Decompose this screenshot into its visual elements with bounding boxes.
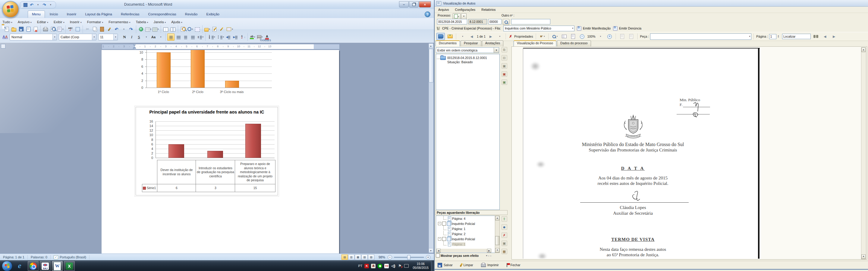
restore-button[interactable] (409, 1, 418, 7)
open-autos-button[interactable] (436, 33, 445, 40)
office-button[interactable] (2, 1, 19, 18)
print-layout-view-button[interactable]: ▤ (341, 255, 348, 260)
spelling-icon[interactable]: ABC✓ (67, 26, 74, 33)
tab-visualizacao-do-processo[interactable]: Visualização do Processo (514, 40, 556, 47)
scroll-left-icon[interactable]: ◀ (436, 249, 441, 252)
undo-icon[interactable]: ↶ (113, 26, 120, 33)
expander-icon[interactable]: − (438, 237, 441, 241)
research-icon[interactable] (74, 26, 81, 33)
undo-dropdown-icon[interactable]: ▾ (35, 2, 41, 7)
find-next-icon[interactable]: ▶ (830, 33, 838, 40)
show-void-pieces-checkbox[interactable] (436, 253, 440, 258)
change-case-button[interactable]: Aa (150, 34, 157, 40)
collapse-tree-icon[interactable]: ⊟ (501, 55, 507, 61)
close-button[interactable]: × (419, 1, 431, 7)
fit-width-icon[interactable] (560, 33, 568, 40)
tab-documentos[interactable]: Documentos (435, 40, 460, 47)
redo-icon[interactable]: ↷ (128, 26, 134, 33)
permission-icon[interactable] (32, 26, 39, 33)
scroll-right-icon[interactable]: ▶ (487, 249, 491, 252)
scroll-up-icon[interactable]: ▲ (861, 47, 866, 52)
insert-table-icon[interactable]: ▾ (152, 26, 159, 33)
menu-exibir[interactable]: Exibir▾ (54, 20, 64, 24)
undo-icon[interactable]: ↶ (29, 2, 34, 7)
paste-icon[interactable] (99, 26, 105, 33)
tab-referencias[interactable]: Referências (117, 11, 143, 18)
pagina-spinner[interactable]: ▲▼ (778, 35, 779, 38)
tab-anotacoes[interactable]: Anotações (482, 40, 504, 47)
text-wrapping-icon[interactable] (170, 26, 176, 33)
italic-button[interactable]: I (128, 34, 135, 40)
taskbar-chrome[interactable] (28, 261, 38, 271)
scroll-down-icon[interactable]: ▼ (495, 248, 499, 252)
print-icon[interactable] (42, 26, 49, 33)
new-comment-icon[interactable]: ▾ (204, 26, 211, 33)
other-number-input[interactable] (511, 19, 550, 24)
full-screen-view-button[interactable]: ▥ (348, 255, 354, 260)
edit-piece-icon[interactable]: ▦ (501, 249, 507, 254)
menu-relatorios[interactable]: Relatórios (479, 7, 498, 12)
taskbar-saj[interactable]: SAJ (40, 261, 51, 271)
menu-formatar[interactable]: Formatar▾ (87, 20, 103, 24)
previous-page-icon[interactable]: ◀ (468, 33, 475, 40)
expander-icon[interactable]: − (438, 222, 441, 225)
columns-icon[interactable] (162, 26, 169, 33)
taskbar-word[interactable]: W (52, 261, 63, 271)
process-tree-item[interactable]: 0012918-04.2015.8.12.0001 Situação: Baix… (436, 54, 499, 64)
align-justify-button[interactable] (175, 34, 182, 40)
underline-dropdown-icon[interactable]: ▾ (143, 34, 150, 40)
zoom-slider-thumb[interactable] (407, 255, 410, 260)
v2-tray-icon[interactable]: V2 (384, 264, 389, 268)
status-language[interactable]: ✓ Português (Brasil) (51, 255, 90, 260)
align-left-button[interactable] (167, 33, 175, 41)
format-painter-icon[interactable] (106, 26, 113, 33)
hyperlink-icon[interactable] (138, 26, 144, 33)
next-page-icon[interactable]: ▶ (487, 33, 495, 40)
liberate-piece-icon[interactable]: ⇧ (501, 216, 507, 222)
assign-piece-icon[interactable]: ☻ (501, 224, 507, 230)
viewer-vertical-scrollbar[interactable]: ▲ ▼ (861, 47, 866, 259)
nvidia-tray-icon[interactable]: ◉ (378, 264, 382, 268)
process-forum-input[interactable] (468, 19, 487, 24)
scroll-up-icon[interactable]: ▲ (429, 44, 433, 48)
font-size-selector[interactable]: 11▾ (98, 34, 118, 40)
piece-checkbox[interactable] (442, 237, 446, 241)
network-tray-icon[interactable]: ⚑✗ (398, 264, 402, 268)
menu-janela[interactable]: Janela▾ (153, 20, 166, 24)
scrollbar-thumb[interactable] (429, 49, 433, 82)
tab-correspondencias[interactable]: Correspondências (144, 11, 180, 18)
page-setup-icon[interactable]: ▾ (57, 26, 64, 33)
stamp-remove-icon[interactable]: ▣ (501, 71, 507, 77)
process-sequence-input[interactable] (488, 19, 501, 24)
underline-button[interactable]: S (135, 34, 142, 40)
menu-inserir[interactable]: Inserir▾ (70, 20, 82, 24)
highlight-changes-icon[interactable] (218, 26, 225, 33)
binoculars-icon[interactable] (812, 33, 820, 40)
taskbar-clock[interactable]: 15:0605/08/2015 (412, 262, 429, 270)
tab-layout-da-pagina[interactable]: Layout da Página (81, 11, 116, 18)
delete-piece-icon[interactable]: ✗ (501, 233, 507, 238)
undo-dropdown-icon[interactable]: ▾ (121, 26, 127, 33)
pecas-tree-item[interactable]: Página: 1 (436, 241, 495, 247)
taskbar-excel[interactable]: X (64, 261, 75, 271)
web-layout-view-button[interactable]: ▦ (355, 255, 361, 260)
scroll-down-icon[interactable]: ▼ (861, 255, 866, 259)
stamp-icon[interactable]: ▣ (501, 63, 507, 69)
align-center-button[interactable] (182, 34, 189, 40)
nav-dropdown-icon[interactable]: ▾ (496, 33, 504, 40)
zoom-dropdown-icon[interactable]: ▾ (597, 33, 604, 40)
zoom-tool-icon[interactable]: ▾ (551, 33, 559, 40)
decrease-indent-button[interactable]: ◀ (225, 34, 231, 40)
viewer-zoom-level[interactable]: 100% (587, 35, 595, 38)
zoom-in-icon[interactable]: + (426, 255, 430, 260)
styles-icon[interactable]: AA (2, 34, 8, 40)
menu-ajuda[interactable]: Ajuda▾ (171, 20, 182, 24)
emitir-denuncia-button[interactable]: Emitir Denúncia (613, 26, 641, 31)
copy-page-icon[interactable] (618, 33, 626, 40)
language-indicator[interactable]: PT (358, 264, 362, 268)
process-number-input[interactable] (437, 19, 467, 24)
find-previous-icon[interactable]: ◀ (821, 33, 829, 40)
propriedades-button[interactable]: ✗ Propriedades (508, 33, 533, 40)
cut-icon[interactable]: ✂ (84, 26, 91, 33)
menu-tudo[interactable]: Tudo▾ (2, 20, 12, 24)
